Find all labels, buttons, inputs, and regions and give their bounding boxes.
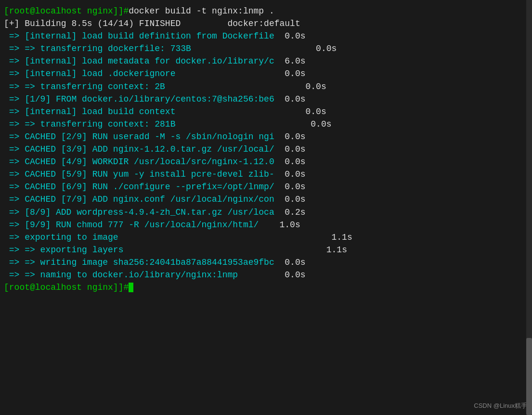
line1: [root@localhost nginx]]#docker build -t … (4, 5, 528, 17)
line22: => => naming to docker.io/library/nginx:… (4, 269, 528, 281)
line20: => => exporting layers 1.1s (4, 244, 528, 256)
scrollbar[interactable] (526, 0, 532, 415)
line11: => CACHED [2/9] RUN useradd -M -s /sbin/… (4, 130, 528, 143)
watermark: CSDN @Linux糕手 (474, 402, 527, 410)
line3: => [internal] load build definition from… (4, 30, 528, 42)
line7: => => transferring context: 2B 0.0s (4, 80, 528, 93)
line15: => CACHED [6/9] RUN ./configure --prefix… (4, 181, 528, 193)
line13: => CACHED [4/9] WORKDIR /usr/local/src/n… (4, 156, 528, 168)
line8: => [1/9] FROM docker.io/library/centos:7… (4, 93, 528, 105)
line18: => [9/9] RUN chmod 777 -R /usr/local/ngi… (4, 219, 528, 231)
line14: => CACHED [5/9] RUN yum -y install pcre-… (4, 168, 528, 181)
terminal-output: [root@localhost nginx]]#docker build -t … (4, 5, 528, 294)
terminal-cursor (129, 283, 133, 292)
line4: => => transferring dockerfile: 733B 0.0s (4, 42, 528, 55)
line6: => [internal] load .dockerignore 0.0s (4, 67, 528, 80)
line17: => [8/9] ADD wordpress-4.9.4-zh_CN.tar.g… (4, 206, 528, 219)
line9: => [internal] load build context 0.0s (4, 105, 528, 118)
scrollbar-thumb[interactable] (526, 338, 532, 415)
line19: => exporting to image 1.1s (4, 231, 528, 244)
line10: => => transferring context: 281B 0.0s (4, 118, 528, 130)
line12: => CACHED [3/9] ADD nginx-1.12.0.tar.gz … (4, 143, 528, 156)
line21: => => writing image sha256:24041ba87a884… (4, 256, 528, 269)
line16: => CACHED [7/9] ADD nginx.conf /usr/loca… (4, 193, 528, 206)
line2: [+] Building 8.5s (14/14) FINISHED docke… (4, 17, 528, 30)
line5: => [internal] load metadata for docker.i… (4, 55, 528, 67)
line23: [root@localhost nginx]]# (4, 281, 528, 294)
terminal: [root@localhost nginx]]#docker build -t … (0, 0, 532, 415)
